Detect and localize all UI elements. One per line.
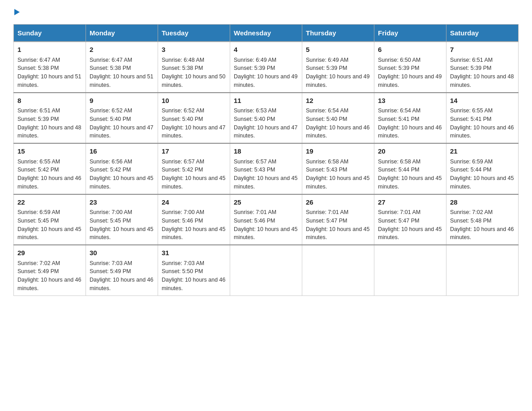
calendar-cell: 5Sunrise: 6:49 AMSunset: 5:39 PMDaylight… <box>302 42 374 93</box>
calendar-header-monday: Monday <box>86 25 158 42</box>
day-number: 22 <box>17 197 82 208</box>
day-info: Sunrise: 6:58 AMSunset: 5:43 PMDaylight:… <box>306 158 370 191</box>
calendar-cell: 25Sunrise: 7:01 AMSunset: 5:46 PMDayligh… <box>230 194 302 245</box>
day-number: 3 <box>162 45 226 55</box>
day-info: Sunrise: 6:54 AMSunset: 5:40 PMDaylight:… <box>306 107 370 140</box>
calendar-cell: 6Sunrise: 6:50 AMSunset: 5:39 PMDaylight… <box>374 42 446 93</box>
day-number: 23 <box>90 197 154 208</box>
calendar-cell: 10Sunrise: 6:52 AMSunset: 5:40 PMDayligh… <box>158 93 230 144</box>
day-info: Sunrise: 6:47 AMSunset: 5:38 PMDaylight:… <box>90 56 154 90</box>
day-number: 18 <box>234 146 298 157</box>
day-number: 21 <box>450 146 515 157</box>
day-info: Sunrise: 6:52 AMSunset: 5:40 PMDaylight:… <box>90 107 154 140</box>
calendar-cell: 23Sunrise: 7:00 AMSunset: 5:45 PMDayligh… <box>86 194 158 245</box>
day-info: Sunrise: 7:00 AMSunset: 5:46 PMDaylight:… <box>162 208 226 242</box>
day-number: 8 <box>17 96 82 106</box>
day-number: 15 <box>17 146 82 157</box>
day-number: 2 <box>90 45 154 55</box>
calendar-cell: 17Sunrise: 6:57 AMSunset: 5:42 PMDayligh… <box>158 143 230 194</box>
calendar-cell: 3Sunrise: 6:48 AMSunset: 5:38 PMDaylight… <box>158 42 230 93</box>
calendar-cell: 16Sunrise: 6:56 AMSunset: 5:42 PMDayligh… <box>86 143 158 194</box>
day-number: 19 <box>306 146 370 157</box>
calendar-cell: 20Sunrise: 6:58 AMSunset: 5:44 PMDayligh… <box>374 143 446 194</box>
day-number: 16 <box>90 146 154 157</box>
calendar-cell: 4Sunrise: 6:49 AMSunset: 5:39 PMDaylight… <box>230 42 302 93</box>
calendar-cell: 29Sunrise: 7:02 AMSunset: 5:49 PMDayligh… <box>14 245 86 295</box>
calendar-cell: 11Sunrise: 6:53 AMSunset: 5:40 PMDayligh… <box>230 93 302 144</box>
day-info: Sunrise: 6:49 AMSunset: 5:39 PMDaylight:… <box>234 56 298 90</box>
calendar-cell: 9Sunrise: 6:52 AMSunset: 5:40 PMDaylight… <box>86 93 158 144</box>
day-number: 5 <box>306 45 370 55</box>
day-number: 25 <box>234 197 298 208</box>
page-header <box>13 9 519 15</box>
calendar-header-tuesday: Tuesday <box>158 25 230 42</box>
day-number: 14 <box>450 96 515 106</box>
calendar-cell: 1Sunrise: 6:47 AMSunset: 5:38 PMDaylight… <box>14 42 86 93</box>
logo-triangle-icon <box>14 9 20 15</box>
day-info: Sunrise: 6:55 AMSunset: 5:42 PMDaylight:… <box>17 158 82 191</box>
calendar-cell <box>446 245 519 295</box>
calendar-body: 1Sunrise: 6:47 AMSunset: 5:38 PMDaylight… <box>14 42 519 295</box>
day-number: 6 <box>378 45 442 55</box>
calendar-cell: 21Sunrise: 6:59 AMSunset: 5:44 PMDayligh… <box>446 143 519 194</box>
day-number: 26 <box>306 197 370 208</box>
day-info: Sunrise: 6:59 AMSunset: 5:45 PMDaylight:… <box>17 208 82 242</box>
day-number: 13 <box>378 96 442 106</box>
calendar-header-thursday: Thursday <box>302 25 374 42</box>
day-info: Sunrise: 6:48 AMSunset: 5:38 PMDaylight:… <box>162 56 226 90</box>
day-number: 12 <box>306 96 370 106</box>
day-info: Sunrise: 6:51 AMSunset: 5:39 PMDaylight:… <box>450 56 515 90</box>
calendar-week-row: 15Sunrise: 6:55 AMSunset: 5:42 PMDayligh… <box>14 143 519 194</box>
day-number: 1 <box>17 45 82 55</box>
calendar-cell: 22Sunrise: 6:59 AMSunset: 5:45 PMDayligh… <box>14 194 86 245</box>
day-number: 24 <box>162 197 226 208</box>
day-info: Sunrise: 6:47 AMSunset: 5:38 PMDaylight:… <box>17 56 82 90</box>
calendar-cell: 8Sunrise: 6:51 AMSunset: 5:39 PMDaylight… <box>14 93 86 144</box>
day-info: Sunrise: 6:51 AMSunset: 5:39 PMDaylight:… <box>17 107 82 140</box>
day-number: 10 <box>162 96 226 106</box>
day-info: Sunrise: 6:58 AMSunset: 5:44 PMDaylight:… <box>378 158 442 191</box>
day-info: Sunrise: 7:03 AMSunset: 5:50 PMDaylight:… <box>162 259 226 293</box>
day-number: 20 <box>378 146 442 157</box>
calendar-cell: 18Sunrise: 6:57 AMSunset: 5:43 PMDayligh… <box>230 143 302 194</box>
day-info: Sunrise: 7:01 AMSunset: 5:47 PMDaylight:… <box>306 208 370 242</box>
day-number: 4 <box>234 45 298 55</box>
calendar-cell: 26Sunrise: 7:01 AMSunset: 5:47 PMDayligh… <box>302 194 374 245</box>
day-info: Sunrise: 7:01 AMSunset: 5:46 PMDaylight:… <box>234 208 298 242</box>
calendar-week-row: 22Sunrise: 6:59 AMSunset: 5:45 PMDayligh… <box>14 194 519 245</box>
day-number: 27 <box>378 197 442 208</box>
day-number: 9 <box>90 96 154 106</box>
calendar-cell: 24Sunrise: 7:00 AMSunset: 5:46 PMDayligh… <box>158 194 230 245</box>
day-info: Sunrise: 7:01 AMSunset: 5:47 PMDaylight:… <box>378 208 442 242</box>
calendar-header-sunday: Sunday <box>14 25 86 42</box>
day-info: Sunrise: 6:49 AMSunset: 5:39 PMDaylight:… <box>306 56 370 90</box>
day-number: 28 <box>450 197 515 208</box>
day-info: Sunrise: 7:00 AMSunset: 5:45 PMDaylight:… <box>90 208 154 242</box>
day-info: Sunrise: 6:54 AMSunset: 5:41 PMDaylight:… <box>378 107 442 140</box>
calendar-cell: 13Sunrise: 6:54 AMSunset: 5:41 PMDayligh… <box>374 93 446 144</box>
calendar-week-row: 1Sunrise: 6:47 AMSunset: 5:38 PMDaylight… <box>14 42 519 93</box>
calendar-cell: 31Sunrise: 7:03 AMSunset: 5:50 PMDayligh… <box>158 245 230 295</box>
calendar-cell: 2Sunrise: 6:47 AMSunset: 5:38 PMDaylight… <box>86 42 158 93</box>
calendar-week-row: 8Sunrise: 6:51 AMSunset: 5:39 PMDaylight… <box>14 93 519 144</box>
day-number: 29 <box>17 248 82 258</box>
calendar-header-saturday: Saturday <box>446 25 519 42</box>
calendar-cell: 28Sunrise: 7:02 AMSunset: 5:48 PMDayligh… <box>446 194 519 245</box>
calendar-cell: 27Sunrise: 7:01 AMSunset: 5:47 PMDayligh… <box>374 194 446 245</box>
calendar-cell <box>230 245 302 295</box>
day-info: Sunrise: 6:57 AMSunset: 5:42 PMDaylight:… <box>162 158 226 191</box>
day-number: 17 <box>162 146 226 157</box>
day-info: Sunrise: 6:57 AMSunset: 5:43 PMDaylight:… <box>234 158 298 191</box>
calendar-cell: 15Sunrise: 6:55 AMSunset: 5:42 PMDayligh… <box>14 143 86 194</box>
day-info: Sunrise: 7:03 AMSunset: 5:49 PMDaylight:… <box>90 259 154 293</box>
calendar-header-wednesday: Wednesday <box>230 25 302 42</box>
calendar-cell: 19Sunrise: 6:58 AMSunset: 5:43 PMDayligh… <box>302 143 374 194</box>
calendar-header-friday: Friday <box>374 25 446 42</box>
day-info: Sunrise: 6:52 AMSunset: 5:40 PMDaylight:… <box>162 107 226 140</box>
calendar-cell <box>302 245 374 295</box>
day-number: 31 <box>162 248 226 258</box>
day-info: Sunrise: 6:50 AMSunset: 5:39 PMDaylight:… <box>378 56 442 90</box>
calendar-table: SundayMondayTuesdayWednesdayThursdayFrid… <box>13 24 519 296</box>
day-info: Sunrise: 6:59 AMSunset: 5:44 PMDaylight:… <box>450 158 515 191</box>
calendar-header-row: SundayMondayTuesdayWednesdayThursdayFrid… <box>14 25 519 42</box>
